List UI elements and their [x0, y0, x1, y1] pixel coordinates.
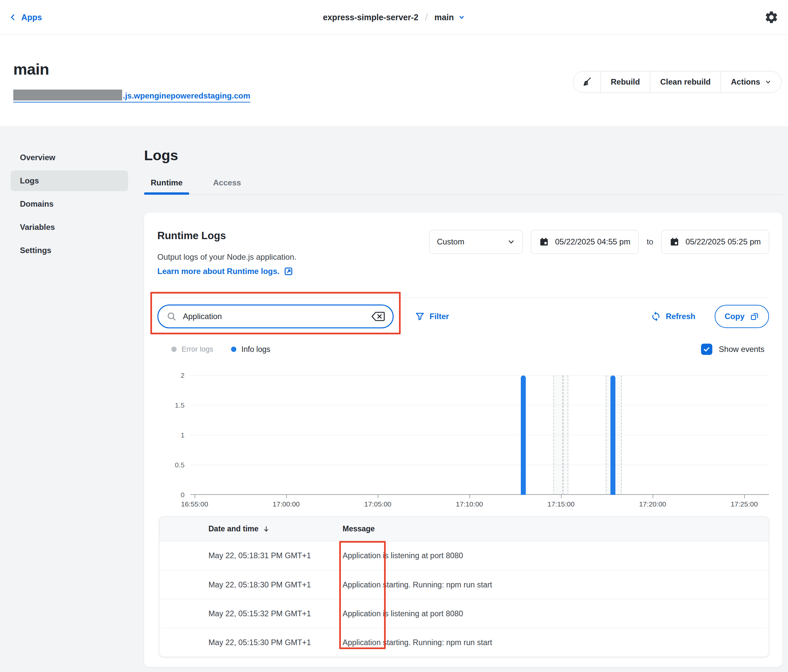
time-range-controls: Custom 05/22/2025 04:55 pm to [429, 230, 769, 254]
actions-menu-button[interactable]: Actions [721, 71, 782, 92]
log-volume-bar [521, 376, 526, 495]
refresh-icon [651, 311, 661, 322]
sidebar-item-domains[interactable]: Domains [11, 194, 128, 214]
log-message: Application starting. Running: npm run s… [343, 580, 769, 590]
content-area: Overview Logs Domains Variables Settings… [0, 126, 788, 667]
breadcrumb-app-name: express-simple-server-2 [323, 13, 419, 22]
main-panel: Logs Runtime Access Runtime Logs Output … [144, 147, 782, 667]
redacted-url-segment [13, 90, 122, 100]
legend-info-logs-toggle[interactable]: Info logs [231, 345, 270, 354]
range-start-input[interactable]: 05/22/2025 04:55 pm [531, 230, 639, 254]
column-header-date-and-time[interactable]: Date and time [159, 525, 343, 533]
gridline [191, 465, 769, 465]
breadcrumb-separator: / [425, 12, 427, 23]
top-bar: Apps express-simple-server-2 / main [0, 0, 788, 35]
range-end-input[interactable]: 05/22/2025 05:25 pm [661, 230, 769, 254]
rebuild-button[interactable]: Rebuild [601, 71, 650, 92]
back-label: Apps [21, 13, 42, 22]
search-input[interactable] [182, 311, 371, 322]
y-axis-label: 0 [181, 491, 184, 499]
environment-actions-group: Rebuild Clean rebuild Actions [573, 71, 782, 93]
clean-rebuild-label: Clean rebuild [660, 77, 711, 87]
log-volume-chart: 00.511.52 16:55:0017:00:0017:05:0017:10:… [157, 376, 769, 508]
sidebar-item-variables[interactable]: Variables [11, 217, 128, 238]
column-header-message: Message [343, 525, 769, 533]
logs-tabs: Runtime Access [144, 178, 782, 195]
log-message: Application is listening at port 8080 [343, 551, 769, 560]
log-table-row: May 22, 05:18:31 PM GMT+1 Application is… [159, 541, 769, 570]
refresh-button[interactable]: Refresh [651, 311, 695, 322]
error-logs-dot-icon [171, 347, 176, 352]
filter-button[interactable]: Filter [415, 311, 449, 322]
log-volume-bar [610, 376, 615, 495]
tab-label: Runtime [151, 178, 183, 187]
chevron-left-icon [9, 13, 17, 21]
show-events-toggle[interactable]: Show events [701, 344, 769, 355]
chevron-down-icon [765, 79, 771, 85]
filter-label: Filter [429, 312, 449, 321]
card-title: Runtime Logs [157, 230, 296, 242]
column-label: Date and time [208, 525, 259, 533]
section-heading: Logs [144, 147, 782, 163]
chart-plot: 16:55:0017:00:0017:05:0017:10:0017:15:00… [191, 376, 769, 495]
refresh-label: Refresh [666, 312, 695, 321]
time-range-preset-select[interactable]: Custom [429, 230, 523, 254]
log-search-box [157, 304, 394, 328]
clean-rebuild-button[interactable]: Clean rebuild [650, 71, 721, 92]
calendar-icon [669, 237, 680, 247]
learn-more-label: Learn more about Runtime logs. [157, 267, 280, 276]
rebuild-label: Rebuild [611, 77, 640, 87]
external-link-icon [283, 266, 294, 276]
log-table-row: May 22, 05:15:32 PM GMT+1 Application is… [159, 599, 769, 628]
page: Apps express-simple-server-2 / main main… [0, 0, 788, 672]
settings-gear-button[interactable] [764, 10, 779, 25]
sidebar-item-logs[interactable]: Logs [11, 171, 128, 191]
chart-legend-row: Error logs Info logs Show events [157, 344, 769, 355]
card-head-left: Runtime Logs Output logs of your Node.js… [157, 230, 296, 276]
log-timestamp: May 22, 05:18:31 PM GMT+1 [159, 551, 343, 560]
range-to-label: to [647, 237, 653, 246]
gear-icon [764, 10, 779, 25]
search-icon [166, 311, 177, 322]
x-axis-tick [744, 495, 745, 498]
x-axis-tick [286, 495, 287, 498]
sidebar-item-overview[interactable]: Overview [11, 147, 128, 168]
clear-input-icon[interactable] [371, 311, 385, 322]
log-message: Application starting. Running: npm run s… [343, 638, 769, 647]
tab-access[interactable]: Access [207, 178, 248, 194]
x-axis-tick [194, 495, 195, 498]
x-axis-label: 17:25:00 [731, 500, 758, 508]
breadcrumb: express-simple-server-2 / main [323, 12, 465, 23]
x-axis-tick [469, 495, 470, 498]
sort-descending-icon [262, 525, 270, 533]
back-to-apps-link[interactable]: Apps [9, 13, 42, 22]
environment-selector[interactable]: main [434, 13, 465, 22]
copy-label: Copy [724, 312, 745, 321]
sidebar-item-label: Domains [20, 199, 54, 209]
environment-url-link[interactable]: .js.wpenginepoweredstaging.com [13, 90, 250, 103]
sidebar-item-label: Settings [20, 246, 51, 255]
x-axis-label: 17:00:00 [273, 500, 300, 508]
x-axis-label: 16:55:00 [181, 500, 208, 508]
sidebar-item-label: Logs [20, 176, 39, 185]
x-axis-tick [653, 495, 653, 498]
copy-button[interactable]: Copy [715, 305, 769, 328]
gridline [191, 494, 769, 495]
column-label: Message [343, 525, 375, 533]
tab-label: Access [213, 178, 241, 187]
tab-runtime[interactable]: Runtime [144, 178, 189, 194]
log-table-row: May 22, 05:18:30 PM GMT+1 Application st… [159, 570, 769, 599]
checkbox-checked-icon [701, 344, 712, 355]
legend-error-logs-toggle[interactable]: Error logs [171, 345, 213, 353]
learn-more-link[interactable]: Learn more about Runtime logs. [157, 266, 296, 276]
runtime-logs-card: Runtime Logs Output logs of your Node.js… [144, 212, 782, 667]
card-description: Output logs of your Node.js application. [157, 252, 296, 262]
sidebar-item-settings[interactable]: Settings [11, 240, 128, 261]
event-region [563, 376, 569, 495]
x-axis-label: 17:20:00 [639, 500, 666, 508]
sidebar-item-label: Overview [20, 153, 56, 162]
purge-cache-button[interactable] [573, 71, 601, 92]
log-timestamp: May 22, 05:15:32 PM GMT+1 [159, 609, 343, 618]
x-axis-tick [561, 495, 562, 498]
sidebar: Overview Logs Domains Variables Settings [11, 147, 128, 667]
